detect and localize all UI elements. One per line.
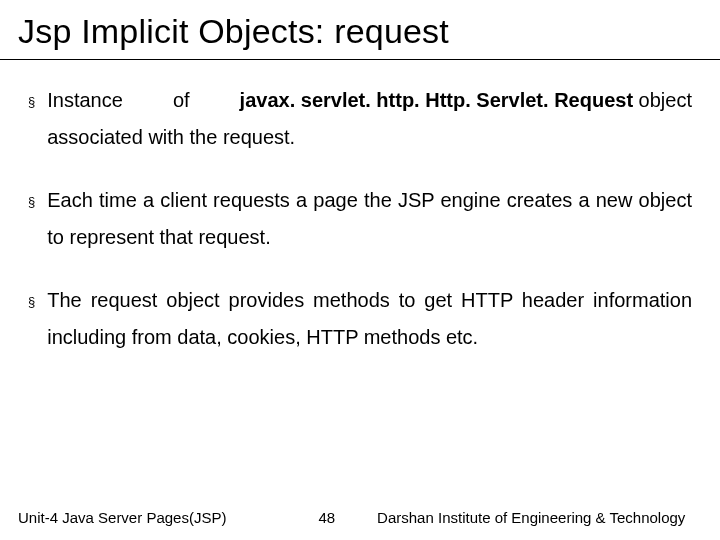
bullet1-line2: associated with the request. xyxy=(47,119,692,156)
bullet-1: § Instance of javax. servlet. http. Http… xyxy=(28,82,692,156)
bullet-marker-icon: § xyxy=(28,290,35,356)
bullet-text: The request object provides methods to g… xyxy=(47,282,692,356)
bullet-text: Instance of javax. servlet. http. Http. … xyxy=(47,82,692,156)
bullet1-word2: of xyxy=(173,82,190,119)
footer-page-number: 48 xyxy=(318,509,335,526)
bullet1-classname: javax. servlet. http. Http. Servlet. Req… xyxy=(240,89,633,111)
bullet-text: Each time a client requests a page the J… xyxy=(47,182,692,256)
slide-content: § Instance of javax. servlet. http. Http… xyxy=(0,60,720,356)
footer-institute: Darshan Institute of Engineering & Techn… xyxy=(377,509,685,526)
bullet1-word1: Instance xyxy=(47,82,123,119)
bullet-marker-icon: § xyxy=(28,90,35,156)
slide-title: Jsp Implicit Objects: request xyxy=(0,0,720,60)
bullet1-suffix: object xyxy=(633,89,692,111)
bullet-3: § The request object provides methods to… xyxy=(28,282,692,356)
slide-footer: Unit-4 Java Server Pages(JSP) 48 Darshan… xyxy=(0,509,720,526)
bullet1-class-phrase: javax. servlet. http. Http. Servlet. Req… xyxy=(240,82,692,119)
footer-unit: Unit-4 Java Server Pages(JSP) xyxy=(18,509,226,526)
bullet-marker-icon: § xyxy=(28,190,35,256)
bullet-2: § Each time a client requests a page the… xyxy=(28,182,692,256)
